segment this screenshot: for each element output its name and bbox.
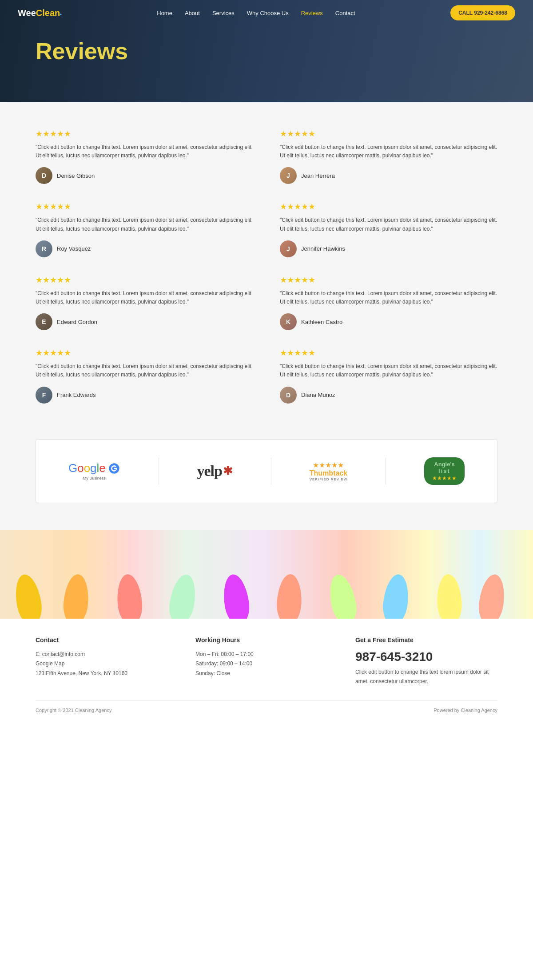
footer-map-link[interactable]: Google Map — [36, 659, 178, 669]
nav-why-choose-us[interactable]: Why Choose Us — [247, 10, 289, 16]
reviewer: E Edward Gordon — [36, 313, 253, 330]
star-rating: ★★★★★ — [36, 348, 253, 358]
star-rating: ★★★★★ — [280, 348, 497, 358]
angies-list-text: list — [432, 468, 457, 474]
angies-badge-content: Angie's list ★★★★★ — [424, 457, 465, 485]
marker-decoration — [276, 573, 303, 618]
footer-estimate-text: Click edit button to change this text lo… — [355, 668, 497, 687]
star-rating: ★★★★★ — [280, 275, 497, 285]
footer-hours-weekday: Mon – Fri: 08:00 – 17:00 — [195, 650, 338, 660]
review-text: "Click edit button to change this text. … — [36, 143, 253, 160]
review-text: "Click edit button to change this text. … — [280, 362, 497, 379]
footer-address: 123 Fifth Avenue, New York, NY 10160 — [36, 669, 178, 679]
marker-decoration — [62, 573, 90, 618]
marker-decoration — [326, 572, 360, 619]
logo[interactable]: WeeClean• — [18, 8, 62, 18]
badge-divider — [386, 458, 386, 484]
avatar: J — [280, 167, 297, 184]
thumbtack-name: Thumbtack — [310, 469, 348, 477]
footer-estimate-title: Get a Free Estimate — [355, 636, 497, 644]
powered-by-text: Powered by Cleaning Agency — [434, 708, 497, 713]
yelp-burst-icon: ✱ — [223, 464, 233, 478]
footer-email[interactable]: E: contact@info.com — [36, 650, 178, 660]
thumbtack-verified-text: VERIFIED REVIEW — [310, 477, 348, 481]
call-cta-button[interactable]: CALL 929-242-6868 — [450, 5, 515, 20]
review-text: "Click edit button to change this text. … — [280, 289, 497, 306]
footer: Contact E: contact@info.com Google Map 1… — [0, 619, 533, 722]
bottom-decorative-image — [0, 530, 533, 619]
footer-contact-title: Contact — [36, 636, 178, 644]
review-card: ★★★★★ "Click edit button to change this … — [280, 348, 497, 403]
review-text: "Click edit button to change this text. … — [36, 362, 253, 379]
marker-decoration — [115, 573, 143, 618]
footer-grid: Contact E: contact@info.com Google Map 1… — [36, 636, 497, 687]
reviewer-name: Frank Edwards — [57, 392, 95, 398]
review-card: ★★★★★ "Click edit button to change this … — [280, 275, 497, 330]
reviewer: J Jennifer Hawkins — [280, 240, 497, 257]
review-card: ★★★★★ "Click edit button to change this … — [280, 202, 497, 257]
thumbtack-badge: ★★★★★ Thumbtack VERIFIED REVIEW — [301, 456, 357, 486]
avatar: D — [280, 387, 297, 404]
google-badge-content: Google My Business — [68, 461, 120, 480]
avatar: J — [280, 240, 297, 257]
badges-section: Google My Business yelp ✱ ★★★★★ — [0, 430, 533, 530]
nav-contact[interactable]: Contact — [335, 10, 355, 16]
marker-decoration — [12, 572, 44, 619]
star-rating: ★★★★★ — [280, 202, 497, 212]
star-rating: ★★★★★ — [36, 275, 253, 285]
marker-decoration — [436, 573, 463, 618]
reviews-section: ★★★★★ "Click edit button to change this … — [0, 102, 533, 430]
footer-hours-saturday: Saturday: 09:00 – 14:00 — [195, 659, 338, 669]
footer-bottom: Copyright © 2021 Cleaning Agency Powered… — [36, 700, 497, 713]
footer-estimate-column: Get a Free Estimate 987-645-3210 Click e… — [355, 636, 497, 687]
review-text: "Click edit button to change this text. … — [280, 143, 497, 160]
reviewer-name: Denise Gibson — [57, 172, 95, 179]
angies-text: Angie's — [432, 461, 457, 468]
marker-decoration — [221, 572, 252, 618]
marker-decoration — [381, 573, 411, 619]
reviewer: R Roy Vasquez — [36, 240, 253, 257]
reviewer: D Diana Munoz — [280, 387, 497, 404]
review-text: "Click edit button to change this text. … — [36, 216, 253, 233]
reviewer-name: Jennifer Hawkins — [301, 245, 345, 252]
review-card: ★★★★★ "Click edit button to change this … — [36, 202, 253, 257]
star-rating: ★★★★★ — [36, 202, 253, 212]
avatar: D — [36, 167, 52, 184]
avatar: E — [36, 313, 52, 330]
yelp-text: yelp — [197, 463, 222, 480]
copyright-text: Copyright © 2021 Cleaning Agency — [36, 708, 111, 713]
nav-about[interactable]: About — [185, 10, 200, 16]
avatar: K — [280, 313, 297, 330]
reviewer: K Kathleen Castro — [280, 313, 497, 330]
reviewer: J Jean Herrera — [280, 167, 497, 184]
footer-hours-title: Working Hours — [195, 636, 338, 644]
page-title: Reviews — [36, 38, 128, 64]
reviewer-name: Diana Munoz — [301, 392, 335, 398]
review-text: "Click edit button to change this text. … — [280, 216, 497, 233]
angies-list-badge: Angie's list ★★★★★ — [415, 453, 473, 489]
star-rating: ★★★★★ — [280, 129, 497, 139]
angies-stars: ★★★★★ — [432, 475, 457, 481]
navigation: WeeClean• Home About Services Why Choose… — [0, 0, 533, 26]
google-row: Google — [68, 461, 120, 475]
yelp-badge: yelp ✱ — [188, 458, 242, 484]
reviewer-name: Kathleen Castro — [301, 319, 342, 325]
reviewer-name: Edward Gordon — [57, 319, 97, 325]
google-badge: Google My Business — [60, 457, 129, 485]
nav-services[interactable]: Services — [212, 10, 235, 16]
google-sub-text: My Business — [83, 476, 106, 480]
nav-home[interactable]: Home — [157, 10, 172, 16]
badge-divider — [159, 458, 159, 484]
footer-hours-column: Working Hours Mon – Fri: 08:00 – 17:00 S… — [195, 636, 338, 687]
avatar: F — [36, 387, 52, 404]
footer-phone-number[interactable]: 987-645-3210 — [355, 650, 497, 664]
review-card: ★★★★★ "Click edit button to change this … — [36, 348, 253, 403]
avatar: R — [36, 240, 52, 257]
reviews-grid: ★★★★★ "Click edit button to change this … — [36, 129, 497, 404]
review-card: ★★★★★ "Click edit button to change this … — [280, 129, 497, 184]
reviewer: F Frank Edwards — [36, 387, 253, 404]
thumbtack-content: ★★★★★ Thumbtack VERIFIED REVIEW — [310, 461, 348, 481]
nav-reviews[interactable]: Reviews — [301, 10, 323, 16]
footer-contact-column: Contact E: contact@info.com Google Map 1… — [36, 636, 178, 687]
nav-links: Home About Services Why Choose Us Review… — [157, 9, 355, 17]
